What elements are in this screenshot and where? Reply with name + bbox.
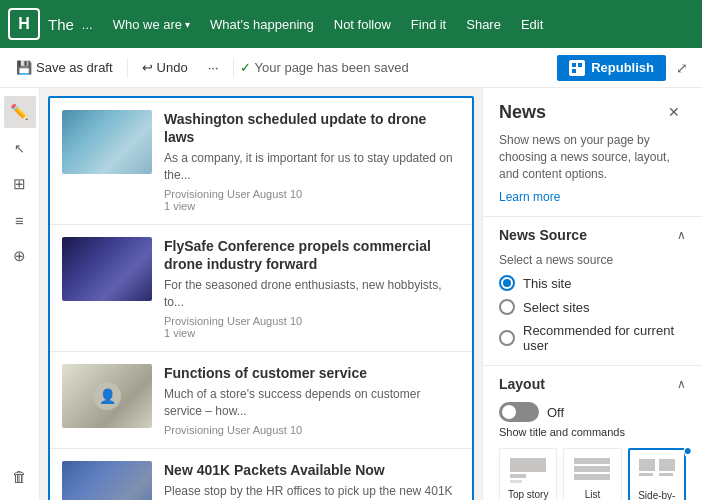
republish-button[interactable]: Republish xyxy=(557,55,666,81)
svg-rect-2 xyxy=(572,69,576,73)
tools-sidebar: ✏️ ↖ ⊞ ≡ ⊕ 🗑 xyxy=(0,88,40,500)
trash-tool-button[interactable]: 🗑 xyxy=(4,460,36,492)
more-icon: ··· xyxy=(208,60,219,75)
news-meta: Provisioning User August 10 1 view xyxy=(164,188,460,212)
news-content: Washington scheduled update to drone law… xyxy=(164,110,460,212)
nav-find-it[interactable]: Find it xyxy=(403,13,454,36)
edit-tool-button[interactable]: ✏️ xyxy=(4,96,36,128)
news-excerpt: For the seasoned drone enthusiasts, new … xyxy=(164,277,460,311)
news-excerpt: Please stop by the HR offices to pick up… xyxy=(164,483,460,500)
site-logo[interactable]: H xyxy=(8,8,40,40)
radio-recommended[interactable]: Recommended for current user xyxy=(499,323,686,353)
layout-top-story[interactable]: Top story xyxy=(499,448,557,500)
news-item: New 401K Packets Available Now Please st… xyxy=(50,449,472,500)
svg-rect-7 xyxy=(574,466,610,472)
topbar: H The ... Who we are ▾ What's happening … xyxy=(0,0,702,48)
radio-circle xyxy=(499,299,515,315)
svg-rect-12 xyxy=(659,473,673,476)
divider xyxy=(127,58,128,78)
layout-content: Off Show title and commands Top xyxy=(483,402,702,500)
layout-label: List xyxy=(585,489,601,500)
layout-list[interactable]: List xyxy=(563,448,621,500)
radio-select-sites[interactable]: Select sites xyxy=(499,299,686,315)
svg-rect-0 xyxy=(572,63,576,67)
panel-title: News xyxy=(499,102,546,123)
save-as-draft-button[interactable]: 💾 Save as draft xyxy=(8,56,121,79)
layout-tool-button[interactable]: ⊞ xyxy=(4,168,36,200)
svg-rect-11 xyxy=(659,459,675,471)
chevron-down-icon: ▾ xyxy=(185,19,190,30)
layout-cards: Top story List xyxy=(499,448,686,500)
layout-label: Side-by-side xyxy=(634,490,680,500)
more-options-button[interactable]: ··· xyxy=(200,56,227,79)
select-label: Select a news source xyxy=(499,253,686,267)
list-icon xyxy=(574,457,610,485)
news-thumbnail: 👤 xyxy=(62,364,152,428)
learn-more-link[interactable]: Learn more xyxy=(483,190,702,216)
expand-button[interactable]: ⤢ xyxy=(670,56,694,80)
divider-2 xyxy=(233,58,234,78)
panel-description: Show news on your page by choosing a new… xyxy=(483,128,702,190)
svg-rect-6 xyxy=(574,458,610,464)
news-content: FlySafe Conference propels commercial dr… xyxy=(164,237,460,339)
layout-title: Layout xyxy=(499,376,545,392)
news-meta: Provisioning User August 10 xyxy=(164,424,460,436)
radio-group: This site Select sites Recommended for c… xyxy=(499,275,686,353)
site-title: The xyxy=(48,16,74,33)
top-story-icon xyxy=(510,457,546,485)
toggle-row: Off xyxy=(499,402,686,422)
layout-header[interactable]: Layout ∧ xyxy=(483,366,702,402)
radio-circle xyxy=(499,330,515,346)
news-item: 👤 Functions of customer service Much of … xyxy=(50,352,472,449)
news-title: Functions of customer service xyxy=(164,364,460,382)
news-source-section: News Source ∧ Select a news source This … xyxy=(483,216,702,365)
pointer-tool-button[interactable]: ↖ xyxy=(4,132,36,164)
nav-not-follow[interactable]: Not follow xyxy=(326,13,399,36)
nav-share[interactable]: Share xyxy=(458,13,509,36)
news-thumbnail xyxy=(62,110,152,174)
news-title: FlySafe Conference propels commercial dr… xyxy=(164,237,460,273)
show-title-toggle[interactable] xyxy=(499,402,539,422)
layout-icon: ⊞ xyxy=(13,175,26,193)
layout-label: Top story xyxy=(508,489,549,500)
chevron-up-icon-2: ∧ xyxy=(677,377,686,391)
save-icon: 💾 xyxy=(16,60,32,75)
news-excerpt: Much of a store's success depends on cus… xyxy=(164,386,460,420)
undo-button[interactable]: ↩ Undo xyxy=(134,56,196,79)
news-thumbnail xyxy=(62,237,152,301)
republish-icon xyxy=(569,60,585,76)
undo-icon: ↩ xyxy=(142,60,153,75)
radio-dot xyxy=(503,279,511,287)
svg-rect-5 xyxy=(510,480,522,483)
topbar-ellipsis: ... xyxy=(82,17,93,32)
edit-icon: ✏️ xyxy=(10,103,29,121)
nav-who-we-are[interactable]: Who we are ▾ xyxy=(105,13,198,36)
command-bar: 💾 Save as draft ↩ Undo ··· ✓ Your page h… xyxy=(0,48,702,88)
svg-rect-8 xyxy=(574,474,610,480)
trash-icon: 🗑 xyxy=(12,468,27,485)
insert-tool-button[interactable]: ⊕ xyxy=(4,240,36,272)
news-content: New 401K Packets Available Now Please st… xyxy=(164,461,460,500)
close-button[interactable]: ✕ xyxy=(662,100,686,124)
radio-this-site[interactable]: This site xyxy=(499,275,686,291)
svg-rect-10 xyxy=(639,473,653,476)
news-panel: News ✕ Show news on your page by choosin… xyxy=(482,88,702,500)
format-tool-button[interactable]: ≡ xyxy=(4,204,36,236)
news-source-header[interactable]: News Source ∧ xyxy=(483,217,702,253)
layout-side-by-side[interactable]: Side-by-side xyxy=(628,448,686,500)
svg-rect-9 xyxy=(639,459,655,471)
nav-whats-happening[interactable]: What's happening xyxy=(202,13,322,36)
toggle-thumb xyxy=(502,405,516,419)
show-title-label: Show title and commands xyxy=(499,426,686,438)
news-title: New 401K Packets Available Now xyxy=(164,461,460,479)
news-meta: Provisioning User August 10 1 view xyxy=(164,315,460,339)
svg-rect-4 xyxy=(510,474,526,478)
save-status: ✓ Your page has been saved xyxy=(240,60,409,75)
news-thumbnail xyxy=(62,461,152,500)
insert-icon: ⊕ xyxy=(13,247,26,265)
nav-edit[interactable]: Edit xyxy=(513,13,551,36)
cursor-icon: ↖ xyxy=(14,141,25,156)
content-area: Washington scheduled update to drone law… xyxy=(40,88,482,500)
svg-rect-3 xyxy=(510,458,546,472)
news-content: Functions of customer service Much of a … xyxy=(164,364,460,436)
